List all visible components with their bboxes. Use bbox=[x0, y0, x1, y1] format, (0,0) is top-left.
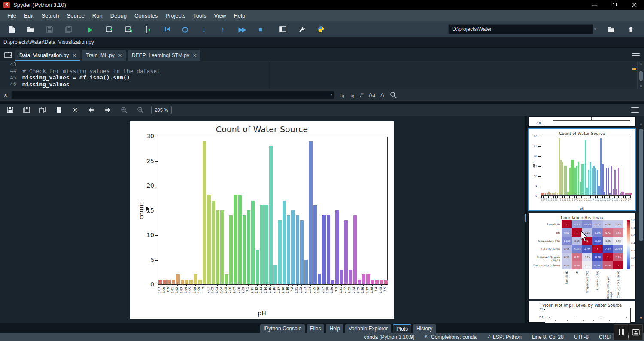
close-button[interactable] bbox=[624, 0, 644, 10]
working-directory-input[interactable] bbox=[448, 24, 593, 34]
menu-edit[interactable]: Edit bbox=[20, 11, 37, 21]
python-env-button[interactable] bbox=[313, 23, 328, 36]
menu-projects[interactable]: Projects bbox=[161, 11, 189, 21]
browse-tabs-button[interactable] bbox=[3, 49, 13, 60]
thumbnail-violin-plot[interactable]: Violin Plot of pH Level by Water Source7… bbox=[528, 301, 636, 323]
thumbnails-splitter[interactable] bbox=[525, 116, 527, 323]
close-tab-icon[interactable]: ✕ bbox=[193, 53, 197, 58]
menu-source[interactable]: Source bbox=[63, 11, 88, 21]
editor-tab-DEEP_LearningLSTM.py[interactable]: DEEP_LearningLSTM.py✕ bbox=[128, 50, 200, 61]
copy-plot-button[interactable] bbox=[36, 105, 49, 115]
scrollbar-thumb[interactable] bbox=[639, 70, 643, 82]
new-file-button[interactable] bbox=[4, 23, 19, 36]
next-plot-button[interactable] bbox=[101, 105, 114, 115]
find-next-button[interactable]: ↓q bbox=[349, 92, 354, 98]
interpreter-status[interactable]: conda (Python 3.10.9) bbox=[364, 334, 415, 340]
close-tab-icon[interactable]: ✕ bbox=[118, 53, 122, 58]
splitter-handle[interactable] bbox=[525, 214, 526, 222]
bar bbox=[618, 168, 619, 195]
code-line[interactable]: 46missing_values bbox=[0, 81, 644, 88]
x-tick bbox=[231, 285, 231, 286]
maximize-pane-button[interactable] bbox=[276, 23, 290, 36]
x-tick bbox=[609, 196, 610, 198]
menu-search[interactable]: Search bbox=[37, 11, 63, 21]
remove-plot-button[interactable] bbox=[52, 105, 65, 115]
thumbnail-correlation-heatmap[interactable]: Correlation HeatmapSample ID10.02-0.0590… bbox=[528, 213, 636, 299]
menu-tools[interactable]: Tools bbox=[189, 11, 210, 21]
pane-tab-files[interactable]: Files bbox=[307, 324, 324, 333]
case-sensitive-toggle-button[interactable]: Aa bbox=[369, 92, 375, 98]
editor-scrollbar[interactable]: ▲ ▼ bbox=[637, 61, 644, 89]
save-all-plots-button[interactable] bbox=[20, 105, 33, 115]
search-magnifier-icon[interactable] bbox=[390, 91, 397, 98]
browse-directory-button[interactable] bbox=[604, 23, 618, 36]
lsp-status[interactable]: ✓LSP: Python bbox=[487, 334, 522, 340]
minimize-button[interactable] bbox=[585, 0, 605, 10]
close-find-icon[interactable]: ✕ bbox=[0, 92, 11, 98]
menu-file[interactable]: File bbox=[3, 11, 20, 21]
editor-tab-Data_Visualization.py[interactable]: Data_Visualization.py✕ bbox=[15, 50, 80, 61]
find-previous-button[interactable]: ↑q bbox=[340, 92, 344, 98]
y-tick bbox=[538, 176, 541, 177]
whole-word-toggle-button[interactable]: A bbox=[381, 92, 384, 98]
scroll-up-icon[interactable]: ▲ bbox=[638, 122, 644, 126]
pane-tab-help[interactable]: Help bbox=[326, 324, 343, 333]
cwd-dropdown-icon[interactable]: ▾ bbox=[594, 27, 599, 31]
menu-consoles[interactable]: Consoles bbox=[131, 11, 161, 21]
pane-tab-plots[interactable]: Plots bbox=[393, 324, 411, 333]
scroll-down-icon[interactable]: ▼ bbox=[638, 316, 644, 320]
x-tick bbox=[209, 285, 209, 286]
restore-button[interactable] bbox=[605, 0, 624, 10]
editor-tab-Train_ML.py[interactable]: Train_ML.py✕ bbox=[82, 50, 125, 61]
previous-plot-button[interactable] bbox=[85, 105, 98, 115]
pane-tab-variable-explorer[interactable]: Variable Explorer bbox=[345, 324, 391, 333]
scrollbar-thumb[interactable] bbox=[639, 129, 643, 241]
step-into-button[interactable]: ↓ bbox=[197, 23, 211, 36]
debug-file-button[interactable] bbox=[178, 23, 192, 36]
zoom-out-button[interactable]: − bbox=[134, 105, 147, 115]
continue-execution-button[interactable]: ▶▶ bbox=[234, 23, 249, 36]
snapshot-button[interactable] bbox=[629, 324, 643, 340]
x-tick bbox=[595, 196, 596, 198]
run-cell-button[interactable] bbox=[102, 23, 117, 36]
pause-button[interactable] bbox=[614, 324, 628, 340]
scroll-up-icon[interactable]: ▲ bbox=[638, 61, 644, 65]
x-tick bbox=[270, 285, 271, 286]
step-return-button[interactable]: ↑ bbox=[216, 23, 230, 36]
open-file-button[interactable] bbox=[23, 23, 38, 36]
pane-tab-history[interactable]: History bbox=[413, 324, 436, 333]
regex-toggle-button[interactable]: .* bbox=[360, 92, 363, 98]
save-button[interactable] bbox=[42, 23, 57, 36]
completions-status[interactable]: ↻Completions: conda bbox=[425, 334, 477, 340]
pane-tab-ipython-console[interactable]: IPython Console bbox=[260, 324, 305, 333]
menu-debug[interactable]: Debug bbox=[106, 11, 131, 21]
preferences-button[interactable] bbox=[295, 23, 309, 36]
run-cell-advance-button[interactable] bbox=[121, 23, 136, 36]
x-tick bbox=[240, 285, 240, 286]
run-file-button[interactable]: ▶ bbox=[83, 23, 98, 36]
menu-run[interactable]: Run bbox=[88, 11, 106, 21]
menu-help[interactable]: Help bbox=[230, 11, 249, 21]
code-line[interactable]: 45missing_values = df.isna().sum() bbox=[0, 74, 644, 81]
search-input[interactable] bbox=[11, 91, 334, 99]
re-run-cell-button[interactable] bbox=[159, 23, 173, 36]
run-selection-button[interactable] bbox=[140, 23, 155, 36]
menu-view[interactable]: View bbox=[210, 11, 230, 21]
scroll-down-icon[interactable]: ▼ bbox=[638, 85, 644, 88]
zoom-in-button[interactable]: + bbox=[118, 105, 131, 115]
code-line[interactable]: 44# Check for missing values in the data… bbox=[0, 68, 644, 75]
thumbnails-scrollbar[interactable]: ▲ ▼ bbox=[638, 116, 644, 323]
close-tab-icon[interactable]: ✕ bbox=[72, 53, 76, 58]
thumbnail-boxplot[interactable]: 6.8 bbox=[528, 116, 636, 127]
editor-options-menu-icon[interactable] bbox=[632, 53, 640, 58]
search-history-dropdown-icon[interactable]: ▾ bbox=[330, 92, 332, 97]
thumbnail-count-of-water-source[interactable]: Count of Water Source051015202530count6.… bbox=[528, 128, 636, 211]
code-line[interactable]: 43 bbox=[0, 61, 644, 68]
code-editor[interactable]: 4344# Check for missing values in the da… bbox=[0, 61, 644, 89]
save-plot-button[interactable] bbox=[3, 105, 16, 115]
plots-options-menu-icon[interactable] bbox=[631, 107, 639, 113]
remove-all-plots-button[interactable]: ✕ bbox=[69, 105, 82, 115]
save-all-button[interactable] bbox=[61, 23, 76, 36]
parent-directory-button[interactable] bbox=[623, 23, 638, 36]
stop-debug-button[interactable]: ■ bbox=[253, 23, 268, 36]
